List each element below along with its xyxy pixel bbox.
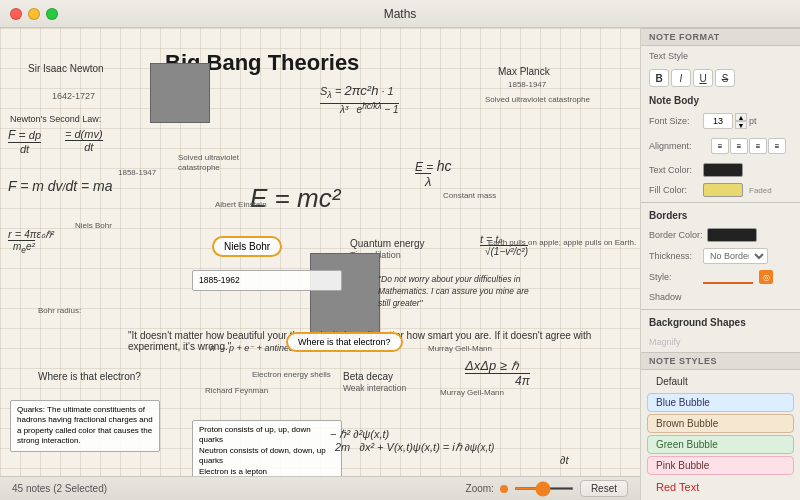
- thickness-select[interactable]: No Border: [703, 248, 768, 264]
- bohr-radius-formula: r = 4πε₀ℏ² mee²: [8, 228, 54, 255]
- bottom-bar: 45 notes (2 Selected) Zoom: Reset: [0, 476, 640, 500]
- style-red-text[interactable]: Red Text: [647, 477, 794, 497]
- borders-label: Borders: [649, 210, 699, 221]
- quarks-box: Quarks: The ultimate constituents of had…: [10, 400, 160, 452]
- newton-dates: 1642-1727: [52, 90, 95, 101]
- einstein-quote: "Do not worry about your difficulties in…: [378, 274, 538, 310]
- font-size-input[interactable]: [703, 113, 733, 129]
- minimize-button[interactable]: [28, 8, 40, 20]
- fill-color-row: Fill Color: Faded: [641, 180, 800, 200]
- formula-dmv: = d(mv)dt: [65, 128, 103, 153]
- style-preview: [703, 270, 753, 284]
- note-body-row: Note Body: [641, 90, 800, 110]
- emc2-formula: E = mc²: [250, 183, 340, 214]
- formula-fma: F = m dv/dt = ma: [8, 178, 112, 194]
- text-color-swatch[interactable]: [703, 163, 743, 177]
- strikethrough-button[interactable]: S: [715, 69, 735, 87]
- close-button[interactable]: [10, 8, 22, 20]
- quantum-energy: Constant mass: [443, 191, 496, 200]
- bohr-quote-box: 1885-1962: [192, 270, 342, 291]
- thickness-row: Thickness: No Border: [641, 245, 800, 267]
- newton-label: Sir Isaac Newton: [28, 63, 104, 74]
- window-title: Maths: [384, 7, 417, 21]
- italic-button[interactable]: I: [671, 69, 691, 87]
- style-green-bubble[interactable]: Green Bubble: [647, 435, 794, 454]
- alignment-row: Alignment: ≡ ≡ ≡ ≡: [641, 132, 800, 160]
- font-size-row: Font Size: ▲ ▼ pt: [641, 110, 800, 132]
- window-controls: [10, 8, 58, 20]
- style-row: Style: ◎: [641, 267, 800, 287]
- shadow-label: Shadow: [649, 292, 699, 302]
- newtons-law: Newton's Second Law:: [10, 113, 101, 124]
- electron-shells: Bohr radius:: [38, 306, 81, 315]
- reset-button[interactable]: Reset: [580, 480, 628, 497]
- titlebar: Maths: [0, 0, 800, 28]
- zoom-indicator: [500, 485, 508, 493]
- proton-neutron-box: Proton consists of up, up, down quarks N…: [192, 420, 342, 482]
- bohr-radius-label: Niels Bohr: [75, 221, 112, 230]
- text-style-row: Text Style: [641, 46, 800, 66]
- bold-button[interactable]: B: [649, 69, 669, 87]
- time-dilation-label: Earth pulls on apple; apple pulls on Ear…: [488, 238, 636, 247]
- fill-color-value: Faded: [749, 186, 772, 195]
- font-size-control[interactable]: ▲ ▼ pt: [703, 113, 757, 129]
- thickness-label: Thickness:: [649, 251, 699, 261]
- erwin-schrodinger: Beta decay Weak interaction: [343, 371, 406, 393]
- style-pink-bubble[interactable]: Pink Bubble: [647, 456, 794, 475]
- earth-apple: Solved ultraviolet catastrophe: [178, 153, 278, 174]
- planck-formula: Sλ = 2πc²h · 1 λ³ ehc/kλ − 1: [320, 83, 399, 115]
- shadow-row: Shadow: [641, 287, 800, 307]
- alignment-label: Alignment:: [649, 141, 699, 151]
- ultraviolet: Solved ultraviolet catastrophe: [485, 95, 590, 104]
- alignment-buttons: ≡ ≡ ≡ ≡: [703, 135, 794, 157]
- newton-image: [150, 63, 210, 123]
- bohr-dates: Albert Einstein: [215, 200, 267, 209]
- align-center-button[interactable]: ≡: [730, 138, 748, 154]
- zoom-label: Zoom:: [466, 483, 494, 494]
- style-indicator: ◎: [759, 270, 773, 284]
- zoom-slider[interactable]: [514, 487, 574, 490]
- murray-gell: Where is that electron?: [38, 371, 141, 382]
- style-blue-bubble[interactable]: Blue Bubble: [647, 393, 794, 412]
- beta-decay: Electron energy shells: [252, 370, 331, 379]
- align-right-button[interactable]: ≡: [749, 138, 767, 154]
- zoom-control[interactable]: Zoom: Reset: [466, 480, 628, 497]
- fill-color-swatch[interactable]: [703, 183, 743, 197]
- align-justify-button[interactable]: ≡: [768, 138, 786, 154]
- text-color-row: Text Color:: [641, 160, 800, 180]
- note-body-label: Note Body: [649, 95, 699, 106]
- magnify-row: Magnify: [641, 332, 800, 352]
- magnify-label: Magnify: [649, 337, 699, 347]
- text-color-label: Text Color:: [649, 165, 699, 175]
- font-size-up[interactable]: ▲: [735, 113, 747, 121]
- underline-button[interactable]: U: [693, 69, 713, 87]
- canvas-area[interactable]: Big Bang Theories Sir Isaac Newton 1642-…: [0, 28, 640, 500]
- style-default[interactable]: Default: [647, 372, 794, 391]
- font-size-stepper: ▲ ▼: [735, 113, 747, 129]
- fill-color-label: Fill Color:: [649, 185, 699, 195]
- einstein-image: [310, 253, 380, 333]
- border-color-row: Border Color:: [641, 225, 800, 245]
- font-size-unit: pt: [749, 116, 757, 126]
- note-styles-header: NOTE STYLES: [641, 352, 800, 370]
- weak-interaction: Richard Feynman: [205, 386, 268, 395]
- note-format-header: NOTE FORMAT: [641, 28, 800, 46]
- style-label: Style:: [649, 272, 699, 282]
- style-brown-bubble[interactable]: Brown Bubble: [647, 414, 794, 433]
- are-you-sure: Murray Gell-Mann: [440, 388, 504, 397]
- bg-shapes-label: Background Shapes: [649, 317, 746, 328]
- font-size-down[interactable]: ▼: [735, 121, 747, 129]
- maximize-button[interactable]: [46, 8, 58, 20]
- font-size-label: Font Size:: [649, 116, 699, 126]
- main-layout: Big Bang Theories Sir Isaac Newton 1642-…: [0, 28, 800, 500]
- text-style-label: Text Style: [649, 51, 699, 61]
- formula-f-dp: F = dpdt: [8, 128, 41, 155]
- align-left-button[interactable]: ≡: [711, 138, 729, 154]
- border-color-swatch[interactable]: [707, 228, 757, 242]
- text-style-buttons: B I U S: [641, 66, 800, 90]
- planck-dates: 1858-1947: [508, 80, 546, 89]
- heisenberg-formula: ΔxΔp ≥ ℏ 4π: [465, 358, 530, 388]
- quantum-formula: E = hc λ: [415, 158, 451, 189]
- border-color-label: Border Color:: [649, 230, 703, 240]
- schrodinger-formula: − ℏ² ∂²ψ(x,t) 2m ∂x² + V(x,t)ψ(x,t) = iℏ…: [330, 428, 569, 466]
